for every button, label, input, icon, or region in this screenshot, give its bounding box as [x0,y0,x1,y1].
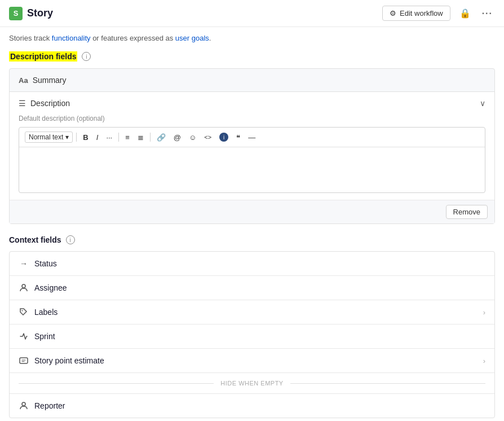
context-fields-label: Context fields [9,235,61,244]
status-icon: → [19,258,29,269]
description-fields-label: Description fields [9,51,77,62]
bullet-list-button[interactable]: ≡ [122,131,132,143]
context-item-story-point-estimate[interactable]: Story point estimate › [10,349,494,373]
link-button[interactable]: 🔗 [154,131,169,143]
description-fields-info-icon[interactable]: i [82,52,91,61]
story-logo-icon: S [9,7,23,20]
emoji-button[interactable]: ☺ [186,131,199,143]
chevron-down-icon: ∨ [480,99,485,108]
svg-rect-2 [20,358,28,363]
editor-content-area[interactable] [19,147,485,192]
text-style-dropdown[interactable]: Normal text ▾ [25,131,73,143]
main-content: Description fields i Aa Summary ☰ Descri… [0,51,504,418]
context-item-reporter[interactable]: Reporter [10,394,494,418]
labels-label: Labels [34,308,58,317]
context-item-status-left: → Status [19,258,57,269]
status-label: Status [34,259,57,268]
quote-icon: ❝ [236,133,240,142]
description-toggle[interactable]: ☰ Description ∨ [10,92,494,115]
story-point-estimate-label: Story point estimate [34,356,104,365]
description-row: ☰ Description ∨ Default description (opt… [10,92,494,200]
assignee-icon [19,283,29,293]
context-item-sprint-left: Sprint [19,331,55,341]
more-format-icon: ··· [106,133,112,142]
page-title: Story [27,7,53,19]
info-button[interactable]: i [216,131,231,143]
italic-icon: I [96,133,99,142]
description-fields-section: Aa Summary ☰ Description ∨ Default descr… [9,68,495,224]
divider-line-left [19,383,214,384]
bullet-list-icon: ≡ [125,133,130,142]
normal-text-label: Normal text [29,133,63,141]
toolbar-divider-2 [118,133,119,142]
lock-icon: 🔒 [459,8,471,18]
description-fields-header: Description fields i [9,51,495,62]
divider-button[interactable]: — [245,131,258,143]
ordered-list-icon: ≣ [138,133,144,142]
edit-workflow-label: Edit workflow [400,9,443,17]
functionality-link[interactable]: functionality [52,34,91,42]
bold-button[interactable]: B [80,131,91,143]
emoji-icon: ☺ [189,133,196,142]
labels-icon [19,307,29,317]
context-item-labels-left: Labels [19,307,58,317]
code-button[interactable]: <> [201,132,214,142]
context-item-labels[interactable]: Labels › [10,300,494,324]
context-item-assignee[interactable]: Assignee [10,276,494,300]
description-editor: Default description (optional) Normal te… [10,115,494,200]
summary-label: Summary [33,76,67,85]
reporter-icon [19,401,29,411]
remove-row: Remove [10,200,494,223]
workflow-icon: ⚙ [390,9,396,17]
context-item-status[interactable]: → Status [10,252,494,276]
text-format-icon: Aa [19,76,28,85]
lines-icon: ☰ [19,99,26,108]
more-format-button[interactable]: ··· [103,131,115,143]
svg-point-0 [22,284,25,288]
header: S Story ⚙ Edit workflow 🔒 ··· [0,0,504,27]
user-goals-link[interactable]: user goals [175,34,209,42]
header-right: ⚙ Edit workflow 🔒 ··· [382,6,495,21]
divider-line-right [290,383,485,384]
more-options-button[interactable]: ··· [480,6,495,21]
bold-icon: B [83,133,88,142]
dropdown-arrow-icon: ▾ [65,133,69,141]
italic-button[interactable]: I [94,131,101,143]
context-item-sprint[interactable]: Sprint [10,324,494,349]
quote-button[interactable]: ❝ [233,131,243,143]
context-fields-header: Context fields i [9,235,495,244]
context-fields-info-icon[interactable]: i [66,235,75,244]
edit-workflow-button[interactable]: ⚙ Edit workflow [382,6,450,21]
ordered-list-button[interactable]: ≣ [135,131,147,143]
toolbar-divider-1 [76,133,77,142]
header-left: S Story [9,7,53,20]
assignee-label: Assignee [34,283,67,292]
editor-box: Normal text ▾ B I ··· [19,127,485,193]
description-header-left: ☰ Description [19,99,70,108]
editor-toolbar: Normal text ▾ B I ··· [19,128,485,147]
hide-when-empty-label: HIDE WHEN EMPTY [220,380,283,387]
svg-point-3 [22,402,25,406]
sprint-icon [19,331,29,341]
lock-button[interactable]: 🔒 [457,6,473,21]
reporter-label: Reporter [34,401,65,410]
horizontal-rule-icon: — [248,133,255,142]
info-icon: i [219,133,228,142]
remove-button[interactable]: Remove [446,205,488,219]
optional-label: Default description (optional) [19,115,485,122]
context-item-reporter-left: Reporter [19,401,65,411]
at-icon: @ [174,133,181,142]
svg-point-1 [22,310,23,312]
description-label: Description [30,99,70,108]
toolbar-divider-3 [150,133,151,142]
subtitle: Stories track functionality or features … [0,27,504,49]
context-item-assignee-left: Assignee [19,283,67,293]
story-point-icon [19,356,29,366]
hide-when-empty-divider: HIDE WHEN EMPTY [10,373,494,394]
story-point-chevron-right-icon: › [483,357,485,365]
summary-row: Aa Summary [10,69,494,92]
code-icon: <> [204,134,211,141]
mention-button[interactable]: @ [171,131,184,143]
context-fields-section: Context fields i → Status [9,235,495,418]
context-item-story-point-left: Story point estimate [19,356,104,366]
